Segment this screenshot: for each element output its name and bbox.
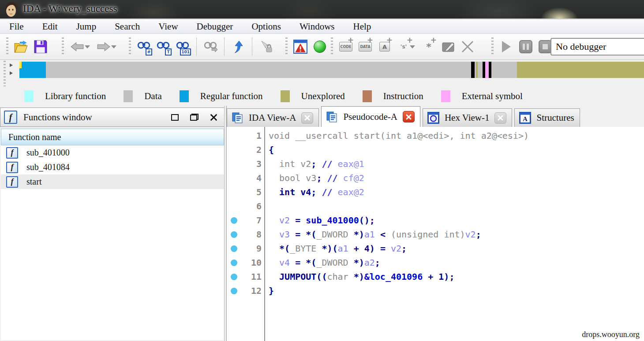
search-next-button[interactable] xyxy=(201,36,220,57)
toolbar-grip[interactable] xyxy=(129,37,131,56)
restore-icon[interactable] xyxy=(190,114,198,121)
code-line[interactable]: 4 bool v3; // cf@2 xyxy=(227,171,644,185)
pseudocode-view[interactable]: 1void __usercall start(int a1@<edi>, int… xyxy=(227,127,644,341)
search-text-button[interactable]: T xyxy=(154,36,173,57)
code-line[interactable]: 8 v3 = *(_DWORD *)a1 < (unsigned int)v2; xyxy=(227,227,644,241)
code-line[interactable]: 2{ xyxy=(227,143,644,157)
menu-item-help[interactable]: Help xyxy=(344,19,381,34)
navband-grip[interactable] xyxy=(4,61,6,86)
delete-function-button[interactable] xyxy=(458,36,477,57)
legend-item: Instruction xyxy=(363,90,423,102)
code-token: void __usercall start(int a1@<edi>, int … xyxy=(269,130,529,141)
code-line[interactable]: 1void __usercall start(int a1@<edi>, int… xyxy=(227,129,644,143)
execution-dot-icon[interactable] xyxy=(231,259,237,266)
plus-icon: + xyxy=(431,37,437,43)
rename-button[interactable]: A + xyxy=(375,36,394,57)
tab-close-icon[interactable] xyxy=(494,112,506,124)
menu-item-jump[interactable]: Jump xyxy=(67,19,106,34)
code-line[interactable]: 5 int v4; // eax@2 xyxy=(227,185,644,199)
code-line[interactable]: 6 xyxy=(227,199,644,213)
code-line[interactable]: 10 v4 = *(_DWORD *)a2; xyxy=(227,256,644,270)
code-token: { xyxy=(269,145,274,155)
save-button[interactable] xyxy=(31,36,50,57)
open-file-button[interactable] xyxy=(11,36,31,57)
execution-dot-icon[interactable] xyxy=(231,245,237,252)
save-icon xyxy=(34,40,48,54)
navigation-band[interactable] xyxy=(19,62,644,78)
code-text: JUMPOUT((char *)&loc_401096 + 1); xyxy=(269,271,454,282)
code-token: eax@1 xyxy=(338,159,364,169)
code-line[interactable]: 11 JUMPOUT((char *)&loc_401096 + 1); xyxy=(227,270,644,284)
menu-item-file[interactable]: File xyxy=(0,19,33,34)
chevron-down-icon[interactable] xyxy=(85,45,90,48)
execution-dot-icon[interactable] xyxy=(231,217,237,224)
execution-dot-icon[interactable] xyxy=(231,231,237,238)
code-token: v2 xyxy=(465,229,476,240)
toolbar-grip[interactable] xyxy=(285,37,288,56)
function-row[interactable]: fstart xyxy=(1,174,224,189)
menu-item-search[interactable]: Search xyxy=(105,19,149,34)
navigate-forward-button[interactable] xyxy=(94,36,120,57)
toolbar-grip[interactable] xyxy=(6,37,8,56)
jump-up-button[interactable] xyxy=(228,36,248,57)
legend-item: External symbol xyxy=(441,90,523,102)
title-bar[interactable]: IDA - W:\very_success xyxy=(0,0,644,19)
tab-hex-view-1[interactable]: Hex View-1 xyxy=(423,108,513,127)
legend-label: Data xyxy=(144,91,162,102)
navband-arrow-icon[interactable] xyxy=(10,63,13,67)
edit-function-button[interactable] xyxy=(438,36,458,57)
code-token: } xyxy=(269,285,274,296)
menu-item-debugger[interactable]: Debugger xyxy=(187,19,243,34)
menu-item-options[interactable]: Options xyxy=(242,19,290,34)
menu-item-edit[interactable]: Edit xyxy=(33,19,67,34)
chevron-down-icon[interactable] xyxy=(111,45,116,48)
toolbar-grip[interactable] xyxy=(331,37,333,56)
problems-button[interactable] xyxy=(291,36,310,57)
execution-dot-icon[interactable] xyxy=(231,274,237,280)
chevron-down-icon[interactable] xyxy=(410,45,415,48)
make-code-button[interactable]: CODE + xyxy=(336,36,356,57)
run-status-button[interactable] xyxy=(310,36,329,57)
code-line[interactable]: 7 v2 = sub_401000(); xyxy=(227,213,644,227)
tab-structures[interactable]: AStructures xyxy=(514,108,580,127)
menu-item-view[interactable]: View xyxy=(149,19,187,34)
search-binary-button[interactable]: 101 xyxy=(173,36,192,57)
code-token: &loc_401096 xyxy=(364,271,423,282)
functions-window-titlebar[interactable]: f Functions window xyxy=(0,107,225,127)
code-line[interactable]: 3 int v2; // eax@1 xyxy=(227,157,644,171)
debugger-select[interactable]: No debugger xyxy=(550,38,644,56)
make-data-button[interactable]: DATA + xyxy=(356,36,375,57)
stop-icon xyxy=(539,40,552,53)
code-text: int v2; // eax@1 xyxy=(269,159,364,169)
delete-icon xyxy=(461,40,474,53)
navband-position-marker[interactable] xyxy=(19,62,22,68)
close-icon[interactable] xyxy=(210,114,217,121)
tab-close-icon[interactable] xyxy=(403,111,415,122)
navband-arrow-icon[interactable] xyxy=(10,71,13,75)
search-names-button[interactable]: # xyxy=(134,36,154,57)
open-file-icon xyxy=(14,40,29,54)
function-name-column-header[interactable]: Function name xyxy=(1,129,224,145)
toolbar-group-status xyxy=(285,34,329,59)
lock-cursor-button[interactable] xyxy=(256,36,276,57)
function-row[interactable]: fsub_401084 xyxy=(1,160,224,174)
tab-label: Pseudocode-A xyxy=(343,111,397,122)
make-string-button[interactable]: 's' + xyxy=(394,36,419,57)
maximize-icon[interactable] xyxy=(171,114,179,121)
make-array-button[interactable]: * + xyxy=(419,36,438,57)
search-binary-badge: 101 xyxy=(180,48,191,56)
debug-pause-button[interactable] xyxy=(516,36,535,57)
function-row[interactable]: fsub_401000 xyxy=(1,145,224,160)
search-next-icon xyxy=(203,41,217,52)
tab-close-icon[interactable] xyxy=(301,112,313,124)
menu-item-windows[interactable]: Windows xyxy=(290,19,344,34)
debug-play-button[interactable] xyxy=(497,36,516,57)
tab-ida-view-a[interactable]: IDA View-A xyxy=(227,108,319,127)
code-line[interactable]: 12} xyxy=(227,284,644,298)
execution-dot-icon[interactable] xyxy=(231,288,237,294)
navigate-back-button[interactable] xyxy=(67,36,94,57)
toolbar-grip[interactable] xyxy=(62,37,64,56)
code-line[interactable]: 9 *(_BYTE *)(a1 + 4) = v2; xyxy=(227,241,644,256)
tab-pseudocode-a[interactable]: Pseudocode-A xyxy=(321,106,420,127)
toolbar-grip[interactable] xyxy=(491,37,494,56)
